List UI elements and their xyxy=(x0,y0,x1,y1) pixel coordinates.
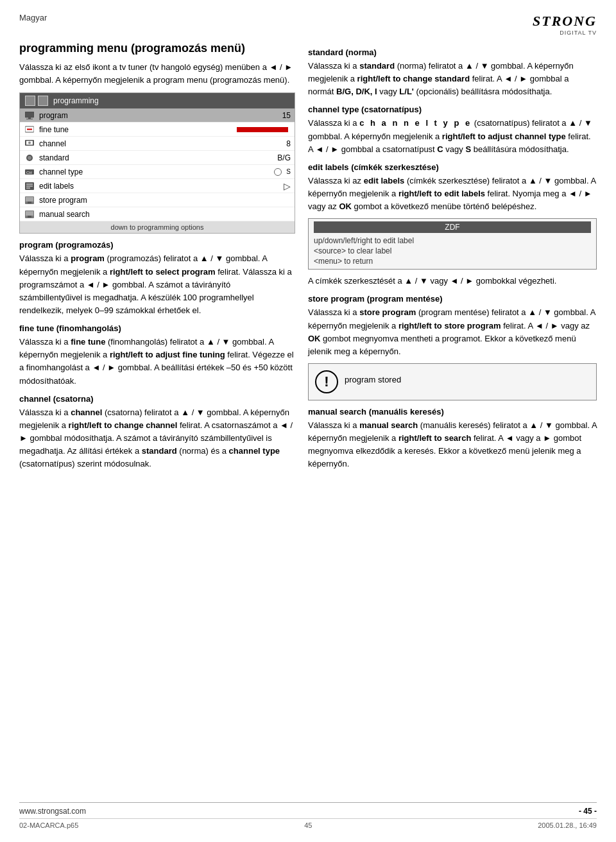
finetune-icon xyxy=(24,125,35,134)
svg-rect-1 xyxy=(28,117,31,119)
menu-item-label-channeltype: channel type xyxy=(39,168,274,176)
menu-item-label-finetune: fine tune xyxy=(39,125,234,134)
subsection-text-standard: Válassza ki a standard (norma) feliratot… xyxy=(308,60,597,98)
radio-c xyxy=(274,168,282,176)
menu-item-storeprogram[interactable]: store program xyxy=(20,193,295,207)
subsection-text-editlabels-2: A címkék szerkesztését a ▲ / ▼ vagy ◄ / … xyxy=(308,275,597,288)
subsection-title-manualsearch: manual search (manuális keresés) xyxy=(308,407,597,417)
subsection-title-channel: channel (csatorna) xyxy=(19,394,295,404)
section-title: programming menu (programozás menü) xyxy=(19,41,295,56)
menu-item-program[interactable]: program 15 xyxy=(20,108,295,123)
subsection-text-storeprogram: Válassza ki a store program (program men… xyxy=(308,306,597,358)
menu-item-standard[interactable]: standard B/G xyxy=(20,151,295,165)
storeprogram-icon xyxy=(24,196,35,205)
program-icon xyxy=(24,111,35,120)
menu-item-channeltype[interactable]: CH channel type S xyxy=(20,165,295,179)
menu-item-label-editlabels: edit labels xyxy=(39,182,284,191)
svg-point-7 xyxy=(28,141,31,144)
subsection-title-standard: standard (norma) xyxy=(308,47,597,57)
warning-icon: ! xyxy=(315,370,338,393)
subsection-storeprogram: store program (program mentése) Válassza… xyxy=(308,294,597,400)
logo-strong: STRONG xyxy=(533,13,597,30)
page-header: Magyar STRONG DIGITAL TV xyxy=(19,13,597,36)
menu-item-finetune[interactable]: fine tune xyxy=(20,123,295,137)
subsection-editlabels: edit labels (címkék szerkesztése) Válass… xyxy=(308,162,597,288)
menu-header-icons xyxy=(25,96,48,106)
finetune-bar xyxy=(237,127,288,132)
svg-rect-2 xyxy=(26,119,33,119)
svg-rect-18 xyxy=(28,202,31,203)
program-stored-box: ! program stored xyxy=(308,363,597,400)
subsection-title-storeprogram: store program (program mentése) xyxy=(308,294,597,304)
edit-labels-box: ZDF up/down/left/right to edit label <so… xyxy=(308,218,597,270)
zdf-header: ZDF xyxy=(314,221,591,233)
logo-area: STRONG DIGITAL TV xyxy=(533,13,597,36)
zdf-item-3: <menu> to return xyxy=(314,256,591,266)
subsection-text-channel: Válassza ki a channel (csatorna) felirat… xyxy=(19,406,295,471)
channel-icon xyxy=(24,139,35,148)
program-stored-label: program stored xyxy=(345,374,401,386)
subsection-title-finetune: fine tune (finomhangolás) xyxy=(19,323,295,333)
radio-c-label: S xyxy=(286,168,291,175)
subsection-program: program (programozás) Válassza ki a prog… xyxy=(19,240,295,317)
menu-header-label: programming xyxy=(53,96,99,105)
channeltype-icon: CH xyxy=(24,168,35,176)
menu-item-label-program: program xyxy=(39,111,271,120)
main-content: programming menu (programozás menü) Vála… xyxy=(19,41,597,792)
subsection-title-program: program (programozás) xyxy=(19,240,295,250)
footer-meta-left: 02-MACARCA.p65 xyxy=(19,821,78,829)
footer-meta-center: 45 xyxy=(304,821,312,829)
footer-page: - 45 - xyxy=(579,807,597,816)
menu-item-label-manualsearch: manual search xyxy=(39,210,291,219)
right-column: standard (norma) Válassza ki a standard … xyxy=(308,41,597,792)
menu-item-label-standard: standard xyxy=(39,153,271,162)
manualsearch-icon xyxy=(24,210,35,219)
standard-icon xyxy=(24,153,35,162)
subsection-channeltype: channel type (csatornatípus) Válassza ki… xyxy=(308,105,597,155)
subsection-text-channeltype: Válassza ki a c h a n n e l t y p e (csa… xyxy=(308,117,597,155)
footer: www.strongsat.com - 45 - xyxy=(19,802,597,816)
footer-area: www.strongsat.com - 45 - 02-MACARCA.p65 … xyxy=(19,792,597,829)
subsection-text-editlabels: Válassza ki az edit labels (címkék szerk… xyxy=(308,175,597,213)
radio-group: S xyxy=(274,168,291,176)
logo-subtitle: DIGITAL TV xyxy=(560,30,597,36)
menu-item-arrow-editlabels: ▷ xyxy=(284,181,291,191)
svg-text:CH: CH xyxy=(26,171,32,175)
footer-meta-right: 2005.01.28., 16:49 xyxy=(538,821,597,829)
svg-rect-21 xyxy=(28,216,31,218)
svg-rect-20 xyxy=(26,211,33,216)
menu-item-value-standard: B/G xyxy=(271,153,291,162)
zdf-item-1: up/down/left/right to edit label xyxy=(314,236,591,246)
icon-block-1 xyxy=(25,96,35,106)
subsection-text-program: Válassza ki a program (programozás) feli… xyxy=(19,252,295,317)
menu-item-manualsearch[interactable]: manual search xyxy=(20,207,295,221)
zdf-item-2: <source> to clear label xyxy=(314,246,591,256)
subsection-title-channeltype: channel type (csatornatípus) xyxy=(308,105,597,114)
menu-item-editlabels[interactable]: edit labels ▷ xyxy=(20,179,295,193)
svg-rect-0 xyxy=(25,112,34,117)
svg-point-9 xyxy=(28,156,31,160)
subsection-manualsearch: manual search (manuális keresés) Válassz… xyxy=(308,407,597,471)
subsection-finetune: fine tune (finomhangolás) Válassza ki a … xyxy=(19,323,295,388)
page: Magyar STRONG DIGITAL TV programming men… xyxy=(0,0,616,842)
menu-item-value-channel: 8 xyxy=(271,139,291,148)
menu-item-label-channel: channel xyxy=(39,139,271,148)
footer-url: www.strongsat.com xyxy=(19,807,86,816)
menu-item-channel[interactable]: channel 8 xyxy=(20,137,295,151)
language-label: Magyar xyxy=(19,13,47,22)
editlabels-icon xyxy=(24,182,35,191)
subsection-title-editlabels: edit labels (címkék szerkesztése) xyxy=(308,162,597,172)
icon-block-2 xyxy=(38,96,48,106)
intro-text: Válassza ki az első ikont a tv tuner (tv… xyxy=(19,61,295,86)
subsection-text-manualsearch: Válassza ki a manual search (manuális ke… xyxy=(308,419,597,471)
menu-item-label-storeprogram: store program xyxy=(39,196,291,205)
subsection-standard: standard (norma) Válassza ki a standard … xyxy=(308,47,597,98)
menu-footer: down to programming options xyxy=(20,221,295,233)
subsection-channel: channel (csatorna) Válassza ki a channel… xyxy=(19,394,295,471)
subsection-text-finetune: Válassza ki a fine tune (finomhangolás) … xyxy=(19,336,295,388)
left-column: programming menu (programozás menü) Vála… xyxy=(19,41,295,792)
menu-item-value-program: 15 xyxy=(271,111,291,120)
programming-menu-box: programming program 15 fine tune xyxy=(19,92,295,234)
menu-header: programming xyxy=(20,93,295,108)
footer-meta: 02-MACARCA.p65 45 2005.01.28., 16:49 xyxy=(19,818,597,829)
